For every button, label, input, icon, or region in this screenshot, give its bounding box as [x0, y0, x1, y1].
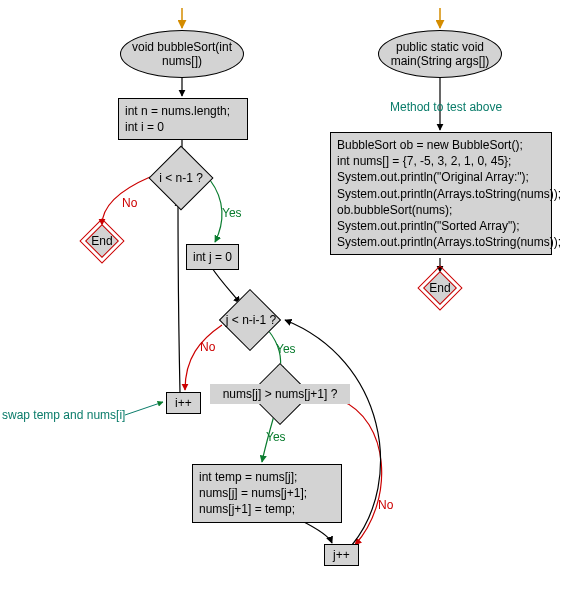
left-dec-i-label: i < n-1 ? [146, 168, 216, 188]
left-init-j-text: int j = 0 [193, 250, 232, 264]
dec-j-no-label: No [200, 340, 215, 354]
dec-i-no-label: No [122, 196, 137, 210]
swap-note-label: swap temp and nums[i] [2, 408, 125, 422]
left-start-node: void bubbleSort(int nums[]) [120, 30, 244, 78]
left-init-text: int n = nums.length; int i = 0 [125, 103, 241, 135]
left-dec-j-label: j < n-i-1 ? [210, 310, 292, 330]
svg-line-3 [125, 402, 163, 415]
right-method-note: Method to test above [390, 100, 502, 114]
left-swap-text: int temp = nums[j]; nums[j] = nums[j+1];… [199, 469, 335, 518]
left-inc-j-text: j++ [333, 548, 350, 562]
right-start-text: public static void main(String args[]) [383, 40, 497, 68]
left-dec-swap-label: nums[j] > nums[j+1] ? [210, 384, 350, 404]
left-inc-i-box: i++ [166, 392, 201, 414]
right-start-node: public static void main(String args[]) [378, 30, 502, 78]
right-end-text: End [424, 272, 456, 304]
left-end-node: End [86, 225, 118, 257]
left-swap-box: int temp = nums[j]; nums[j] = nums[j+1];… [192, 464, 342, 523]
dec-j-yes-label: Yes [276, 342, 296, 356]
left-end-text: End [86, 225, 118, 257]
left-init-box: int n = nums.length; int i = 0 [118, 98, 248, 140]
left-start-text: void bubbleSort(int nums[]) [125, 40, 239, 68]
right-body-box: BubbleSort ob = new BubbleSort(); int nu… [330, 132, 552, 255]
dec-i-yes-label: Yes [222, 206, 242, 220]
dec-swap-yes-label: Yes [266, 430, 286, 444]
left-init-j-box: int j = 0 [186, 244, 239, 270]
left-inc-i-text: i++ [175, 396, 192, 410]
right-end-node: End [424, 272, 456, 304]
left-inc-j-box: j++ [324, 544, 359, 566]
right-body-text: BubbleSort ob = new BubbleSort(); int nu… [337, 137, 545, 250]
dec-swap-no-label: No [378, 498, 393, 512]
